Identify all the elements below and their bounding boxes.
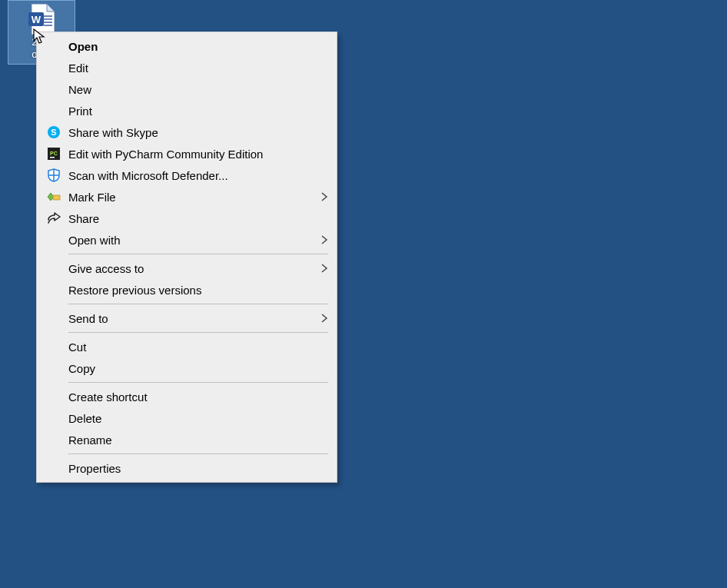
share-icon — [47, 211, 61, 225]
chevron-right-icon — [320, 264, 328, 273]
svg-rect-10 — [50, 157, 55, 158]
menu-print[interactable]: Print — [38, 100, 336, 121]
menu-label: Send to — [68, 312, 108, 325]
menu-label: Open — [68, 40, 98, 53]
menu-share-with-skype[interactable]: S Share with Skype — [38, 121, 336, 143]
menu-label: Share with Skype — [68, 126, 158, 139]
chevron-right-icon — [320, 314, 328, 323]
menu-label: Create shortcut — [68, 390, 148, 404]
menu-label: Print — [68, 105, 92, 118]
defender-shield-icon — [47, 168, 61, 182]
context-menu: Open Edit New Print S Share with Skype P… — [36, 32, 337, 483]
svg-text:S: S — [51, 128, 56, 137]
menu-scan-defender[interactable]: Scan with Microsoft Defender... — [38, 164, 336, 186]
menu-separator — [68, 304, 328, 304]
menu-separator — [68, 453, 328, 454]
menu-label: Properties — [68, 462, 121, 475]
menu-separator — [68, 382, 328, 383]
menu-rename[interactable]: Rename — [38, 429, 336, 450]
menu-delete[interactable]: Delete — [38, 407, 336, 429]
menu-label: Restore previous versions — [68, 284, 201, 297]
menu-separator — [68, 254, 328, 254]
pycharm-icon: PC — [47, 147, 61, 161]
word-document-icon: W — [8, 4, 75, 35]
menu-label: Edit — [68, 61, 88, 75]
menu-label: Delete — [68, 412, 101, 425]
menu-restore-previous-versions[interactable]: Restore previous versions — [38, 279, 336, 301]
menu-edit-pycharm[interactable]: PC Edit with PyCharm Community Edition — [38, 143, 336, 164]
chevron-right-icon — [320, 192, 328, 201]
svg-text:W: W — [32, 14, 41, 25]
menu-share[interactable]: Share — [38, 208, 336, 229]
menu-properties[interactable]: Properties — [38, 457, 336, 479]
chevron-right-icon — [320, 235, 328, 244]
menu-send-to[interactable]: Send to — [38, 307, 336, 329]
menu-new[interactable]: New — [38, 78, 336, 100]
menu-mark-file[interactable]: Mark File — [38, 186, 336, 208]
menu-create-shortcut[interactable]: Create shortcut — [38, 386, 336, 407]
menu-open[interactable]: Open — [38, 35, 336, 57]
menu-give-access-to[interactable]: Give access to — [38, 257, 336, 279]
menu-label: New — [68, 83, 91, 96]
menu-label: Copy — [68, 362, 95, 375]
menu-label: Open with — [68, 234, 121, 247]
menu-open-with[interactable]: Open with — [38, 229, 336, 251]
menu-label: Share — [68, 212, 99, 225]
menu-label: Edit with PyCharm Community Edition — [68, 148, 263, 161]
menu-label: Cut — [68, 341, 86, 354]
menu-label: Give access to — [68, 262, 144, 275]
menu-cut[interactable]: Cut — [38, 336, 336, 357]
menu-label: Scan with Microsoft Defender... — [68, 169, 228, 182]
menu-label: Mark File — [68, 191, 116, 204]
menu-label: Rename — [68, 434, 112, 447]
menu-edit[interactable]: Edit — [38, 57, 336, 78]
menu-copy[interactable]: Copy — [38, 357, 336, 379]
svg-text:PC: PC — [50, 151, 58, 156]
skype-icon: S — [47, 125, 61, 139]
mark-file-icon — [47, 190, 61, 204]
menu-separator — [68, 332, 328, 333]
